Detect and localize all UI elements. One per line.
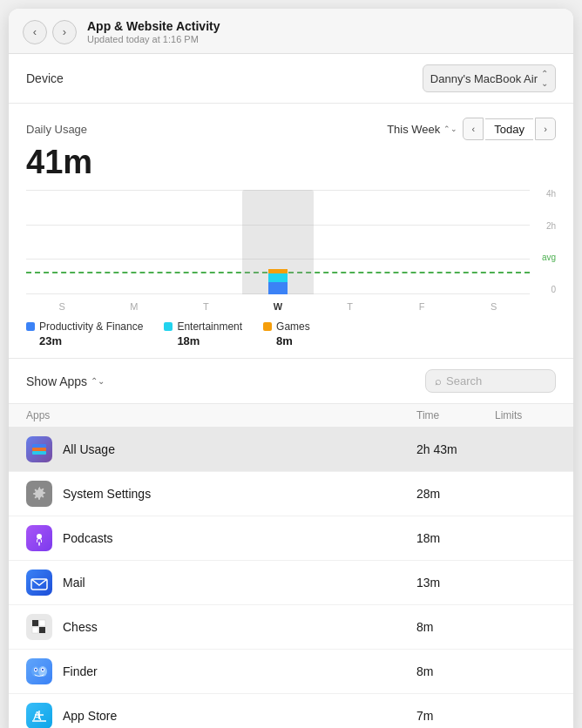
- svg-rect-0: [32, 448, 46, 451]
- apps-section: Show Apps ⌃⌄ ⌕ Search Apps Time Limits: [9, 359, 573, 728]
- chart-controls: This Week ⌃⌄ ‹ Today ›: [387, 118, 556, 140]
- table-row[interactable]: Mail 13m: [9, 561, 573, 605]
- app-icon-mail: [26, 570, 52, 596]
- title-bar: ‹ › App & Website Activity Updated today…: [9, 9, 573, 54]
- x-label-t2: T: [314, 301, 386, 312]
- daily-usage-label: Daily Usage: [26, 123, 87, 136]
- week-label: This Week: [387, 123, 440, 136]
- legend-entertainment: Entertainment 18m: [164, 320, 242, 347]
- app-time-system-settings: 28m: [416, 487, 495, 501]
- app-name-podcasts: Podcasts: [63, 531, 416, 545]
- x-label-w: W: [242, 301, 315, 312]
- y-label-2h: 2h: [546, 222, 556, 231]
- x-labels: S M T W T F S: [26, 301, 530, 312]
- app-name-system-settings: System Settings: [63, 487, 416, 501]
- table-row[interactable]: Finder 8m: [9, 650, 573, 694]
- legend-games: Games 8m: [263, 320, 310, 347]
- legend-time-entertainment: 18m: [164, 334, 242, 347]
- legend-productivity: Productivity & Finance 23m: [26, 320, 143, 347]
- table-row[interactable]: All Usage 2h 43m: [9, 428, 573, 472]
- today-nav: ‹ Today ›: [463, 118, 556, 140]
- week-chevron-icon: ⌃⌄: [443, 125, 457, 133]
- y-label-0: 0: [551, 286, 556, 294]
- table-row[interactable]: Chess 8m: [9, 605, 573, 650]
- week-selector[interactable]: This Week ⌃⌄: [387, 123, 457, 136]
- y-label-4h: 4h: [546, 190, 556, 199]
- legend-dot-productivity: [26, 322, 35, 331]
- svg-point-16: [42, 669, 44, 671]
- app-icon-finder: [26, 658, 52, 684]
- bar-group-t2: [314, 190, 386, 294]
- table-row[interactable]: System Settings 28m: [9, 472, 573, 516]
- nav-buttons: ‹ ›: [23, 20, 77, 44]
- legend-dot-row-games: Games: [263, 320, 310, 333]
- forward-button[interactable]: ›: [52, 20, 77, 44]
- svg-rect-1: [32, 444, 46, 448]
- bar-group-m: [98, 190, 171, 294]
- bars-area: [26, 190, 530, 294]
- app-name-all-usage: All Usage: [63, 442, 416, 456]
- x-label-m: M: [98, 301, 171, 312]
- table-row[interactable]: A App Store 7m: [9, 694, 573, 728]
- bar-chart: 4h 2h avg 0: [26, 190, 556, 312]
- bar-stack-w: [268, 251, 288, 294]
- legend-dot-row-productivity: Productivity & Finance: [26, 320, 143, 333]
- legend-name-productivity: Productivity & Finance: [39, 320, 143, 333]
- app-name-appstore: App Store: [63, 709, 416, 723]
- app-name-mail: Mail: [63, 576, 416, 590]
- back-button[interactable]: ‹: [23, 20, 47, 44]
- app-name-finder: Finder: [63, 664, 416, 678]
- main-window: ‹ › App & Website Activity Updated today…: [9, 9, 573, 728]
- bar-group-s2: [457, 190, 530, 294]
- svg-rect-2: [32, 451, 46, 455]
- bar-blue-w: [268, 282, 288, 294]
- legend-name-entertainment: Entertainment: [177, 320, 242, 333]
- show-apps-button[interactable]: Show Apps ⌃⌄: [26, 374, 105, 388]
- legend-dot-games: [263, 322, 272, 331]
- app-time-all-usage: 2h 43m: [416, 442, 495, 456]
- bar-group-w: [242, 190, 315, 294]
- chart-header: Daily Usage This Week ⌃⌄ ‹ Today ›: [26, 118, 556, 140]
- window-title: App & Website Activity: [87, 19, 559, 33]
- search-icon: ⌕: [435, 374, 442, 388]
- app-icon-all-usage: [26, 436, 52, 462]
- svg-rect-10: [39, 627, 45, 633]
- y-label-avg: avg: [542, 253, 556, 262]
- svg-rect-9: [32, 627, 38, 633]
- chart-y-labels: 4h 2h avg 0: [542, 190, 556, 294]
- device-label: Device: [26, 71, 64, 85]
- bar-teal-w: [268, 273, 288, 282]
- bar-group-t1: [170, 190, 242, 294]
- bar-group-s1: [26, 190, 98, 294]
- app-time-chess: 8m: [416, 620, 495, 634]
- svg-point-15: [35, 669, 37, 671]
- prev-period-button[interactable]: ‹: [463, 118, 484, 140]
- x-label-s2: S: [457, 301, 530, 312]
- legend-name-games: Games: [276, 320, 310, 333]
- show-apps-chevron-icon: ⌃⌄: [91, 376, 105, 386]
- legend-time-productivity: 23m: [26, 334, 143, 347]
- table-row[interactable]: Podcasts 18m: [9, 516, 573, 561]
- search-input[interactable]: Search: [446, 374, 482, 388]
- col-apps-header: Apps: [26, 409, 416, 421]
- next-period-button[interactable]: ›: [535, 118, 556, 140]
- app-time-podcasts: 18m: [416, 531, 495, 545]
- window-subtitle: Updated today at 1:16 PM: [87, 34, 559, 44]
- app-time-finder: 8m: [416, 664, 495, 678]
- app-time-appstore: 7m: [416, 709, 495, 723]
- device-selector[interactable]: Danny's MacBook Air ⌃⌄: [423, 64, 556, 92]
- title-info: App & Website Activity Updated today at …: [87, 19, 559, 44]
- today-label: Today: [485, 118, 533, 140]
- x-label-f: F: [386, 301, 458, 312]
- legend-dot-entertainment: [164, 322, 173, 331]
- apps-header: Show Apps ⌃⌄ ⌕ Search: [9, 359, 573, 404]
- chevron-updown-icon: ⌃⌄: [541, 69, 548, 88]
- app-icon-podcasts: [26, 525, 52, 551]
- x-label-s1: S: [26, 301, 98, 312]
- search-box[interactable]: ⌕ Search: [425, 369, 556, 393]
- x-label-t1: T: [170, 301, 242, 312]
- app-icon-system-settings: [26, 481, 52, 507]
- col-time-header: Time: [416, 409, 495, 421]
- chart-legend: Productivity & Finance 23m Entertainment…: [26, 320, 556, 347]
- app-icon-appstore: A: [26, 703, 52, 728]
